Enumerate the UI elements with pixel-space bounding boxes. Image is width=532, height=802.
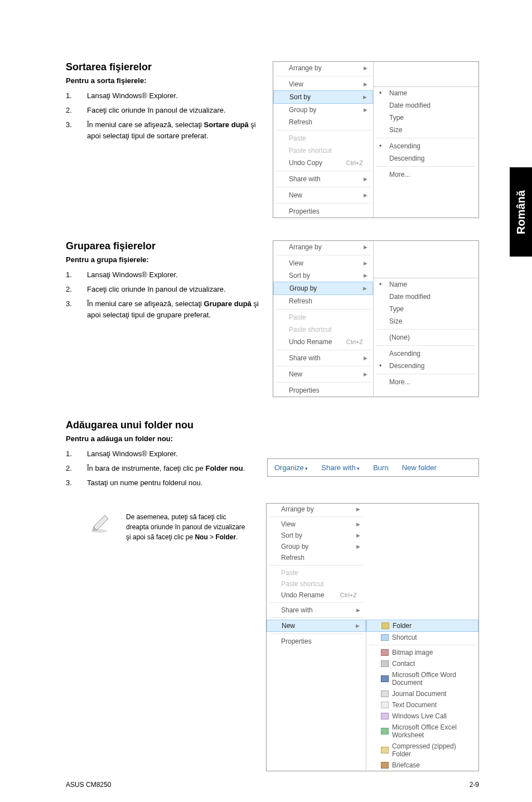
chevron-right-icon: ▶ [364,192,367,198]
submenu-item-folder: Folder [393,622,472,630]
menu-item: Share with [289,354,364,362]
menu-item: Refresh [281,554,360,562]
menu-shortcut: Ctrl+Z [346,339,363,345]
step-text: Tastaţi un nume pentru folderul nou. [87,477,256,489]
step-num: 3. [66,119,87,142]
menu-item: Undo Rename [281,591,340,599]
group-heading: Gruparea fişierelor [66,240,262,252]
burn-button: Burn [373,463,388,472]
sortby-context-menu-screenshot: Arrange by▶ View▶ Sort by▶ Group by▶ Ref… [273,61,479,218]
menu-item: Paste shortcut [289,147,367,154]
chevron-right-icon: ▶ [364,371,367,377]
journal-icon [381,690,389,697]
submenu-item: Descending [389,362,473,370]
step-num: 1. [66,90,87,102]
step-num: 1. [66,269,87,281]
submenu-item: Compressed (zipped) Folder [392,742,473,758]
zip-icon [381,747,389,753]
groupby-context-menu-screenshot: Arrange by▶ View▶ Sort by▶ Group by▶ Ref… [273,240,479,397]
chevron-right-icon: ▶ [363,286,367,291]
submenu-item: Type [389,305,473,313]
submenu-item: Name [389,281,473,288]
menu-item: Arrange by [289,64,364,72]
menu-item: Share with [289,175,364,183]
footer-left: ASUS CM8250 [66,781,111,789]
menu-item: Properties [289,386,367,394]
new-context-menu-screenshot: Arrange by▶ View▶ Sort by▶ Group by▶ Ref… [266,503,479,771]
note-text: De asemenea, puteţi să faceţi clic dreap… [126,512,249,542]
language-label: Română [515,190,528,234]
step-num: 2. [66,105,87,116]
briefcase-icon [381,762,389,769]
menu-item: Arrange by [281,505,356,513]
organize-button: Organize [274,463,308,472]
submenu-item: Shortcut [392,634,473,641]
menu-item: Group by [289,106,364,114]
menu-item: Sort by [281,532,356,539]
group-subhead: Pentru a grupa fişierele: [66,255,262,264]
sort-heading: Sortarea fişierelor [66,61,262,73]
step-num: 3. [66,477,87,489]
step-text: În meniul care se afişează, selectaţi Gr… [87,298,262,321]
step-text: Lansaţi Windows® Explorer. [87,269,262,281]
chevron-right-icon: ▶ [364,107,367,113]
folder-heading: Adăugarea unui folder nou [66,419,479,431]
chevron-right-icon: ▶ [356,506,360,512]
menu-shortcut: Ctrl+Z [346,160,363,166]
menu-item: Properties [281,637,360,645]
chevron-right-icon: ▶ [364,355,367,361]
submenu-item: Journal Document [392,690,473,698]
menu-item: Paste shortcut [289,326,367,334]
chevron-right-icon: ▶ [356,533,360,538]
chevron-right-icon: ▶ [364,260,367,266]
chevron-right-icon: ▶ [363,94,367,100]
menu-item: Paste [289,134,367,142]
language-tab: Română [510,167,532,257]
menu-item: Paste [289,313,367,321]
menu-item: Undo Copy [289,159,346,167]
submenu-item: Ascending [389,142,473,150]
folder-icon [381,622,389,629]
chevron-right-icon: ▶ [356,623,360,629]
chevron-right-icon: ▶ [364,273,367,278]
menu-item-new: New [282,622,356,630]
group-steps: 1.Lansaţi Windows® Explorer. 2.Faceţi cl… [66,269,262,321]
newfolder-button: New folder [402,463,437,472]
submenu-item: Type [389,114,473,122]
menu-item-sortby: Sort by [289,93,363,101]
submenu-item: Name [389,89,473,97]
livecall-icon [381,713,389,719]
submenu-item: More... [389,171,473,178]
menu-item: Properties [289,207,367,215]
step-text: În meniul care se afişează, selectaţi So… [87,119,262,142]
shortcut-icon [381,634,389,641]
menu-item: Group by [281,543,356,550]
sort-steps: 1.Lansaţi Windows® Explorer. 2.Faceţi cl… [66,90,262,142]
chevron-right-icon: ▶ [356,521,360,527]
chevron-right-icon: ▶ [364,176,367,182]
bitmap-icon [381,649,389,656]
menu-item: New [289,370,364,378]
chevron-right-icon: ▶ [356,607,360,613]
submenu-item: Size [389,317,473,325]
submenu-item: Windows Live Call [392,712,473,720]
submenu-item: (None) [389,334,473,341]
submenu-item: Date modified [389,293,473,301]
submenu-item: Microsoft Office Word Document [392,671,473,687]
word-icon [381,675,389,682]
step-num: 3. [66,298,87,321]
step-text: Faceţi clic oriunde în panoul de vizuali… [87,105,262,116]
page-footer: ASUS CM8250 2-9 [66,781,479,789]
submenu-item: Microsoft Office Excel Worksheet [392,723,473,739]
menu-item: View [289,80,364,88]
step-text: Lansaţi Windows® Explorer. [87,448,256,460]
submenu-item: Briefcase [392,761,473,769]
submenu-item: Ascending [389,350,473,357]
menu-item: Sort by [289,272,364,279]
menu-item: Refresh [289,297,367,305]
menu-item-groupby: Group by [289,284,363,292]
folder-subhead: Pentru a adăuga un folder nou: [66,434,479,443]
folder-steps: 1.Lansaţi Windows® Explorer. 2.În bara d… [66,448,256,489]
chevron-right-icon: ▶ [364,65,367,71]
step-num: 2. [66,463,87,474]
